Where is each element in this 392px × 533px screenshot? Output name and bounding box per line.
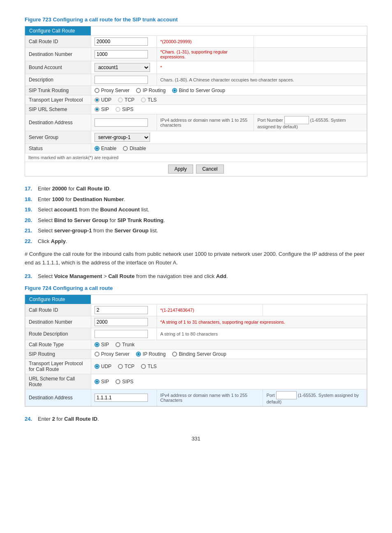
- radio-indicator-selected: [95, 342, 99, 347]
- bind-server-group-radio[interactable]: Bind to Server Group: [172, 88, 225, 93]
- field-hint: IPv4 address or domain name with 1 to 25…: [157, 389, 263, 406]
- udp-radio-2[interactable]: UDP: [95, 364, 111, 369]
- step-number: 19.: [25, 206, 38, 214]
- call-route-id-input-2[interactable]: [95, 306, 148, 314]
- field-input[interactable]: [91, 114, 157, 131]
- trunk-type-radio[interactable]: Trunk: [115, 342, 134, 348]
- table-row: Destination Number *A string of 1 to 31 …: [25, 316, 367, 328]
- field-extra: [254, 48, 367, 61]
- radio-indicator-selected: [95, 146, 99, 151]
- table-row: Status Enable Disable: [25, 144, 367, 153]
- destination-number-input[interactable]: [95, 50, 148, 58]
- field-input[interactable]: [91, 328, 157, 340]
- tls-radio-2[interactable]: TLS: [141, 364, 157, 369]
- step-23: 23. Select Voice Management > Call Route…: [25, 272, 367, 280]
- button-row: Apply Cancel: [25, 162, 367, 176]
- ip-routing-radio-2[interactable]: IP Routing: [136, 351, 166, 357]
- description-input[interactable]: [95, 76, 148, 84]
- footer-note: Items marked with an asterisk(*) are req…: [25, 153, 367, 162]
- radio-indicator: [141, 364, 146, 369]
- binding-server-group-radio[interactable]: Binding Server Group: [172, 351, 226, 357]
- field-label: Transport Layer Protocol for Call Route: [25, 359, 91, 374]
- proxy-server-radio-2[interactable]: Proxy Server: [95, 351, 129, 357]
- server-group-select[interactable]: server-group-1: [95, 133, 150, 142]
- field-label: Bound Account: [25, 61, 91, 74]
- step-number: 22.: [25, 237, 38, 246]
- radio-indicator-selected: [95, 379, 99, 384]
- field-input[interactable]: server-group-1: [91, 131, 367, 144]
- field-input: UDP TCP TLS: [91, 359, 367, 374]
- radio-indicator-selected: [95, 364, 99, 369]
- field-input: Enable Disable: [91, 144, 367, 153]
- figure-723-box: Configure Call Route Call Route ID *(200…: [25, 26, 367, 176]
- table-row: Transport Layer Protocol for Call Route …: [25, 359, 367, 374]
- field-input[interactable]: [91, 389, 157, 406]
- destination-address-input[interactable]: [95, 118, 148, 127]
- radio-indicator: [118, 364, 123, 369]
- field-input[interactable]: account1: [91, 61, 157, 74]
- sips-url-radio[interactable]: SIPS: [115, 379, 133, 385]
- table-row: SIP URL Scheme SIP SIPS: [25, 105, 367, 114]
- call-route-id-input[interactable]: [95, 37, 148, 46]
- step-text: Select server-group-1 from the Server Gr…: [38, 227, 367, 235]
- field-label: Call Route ID: [25, 36, 91, 48]
- step-number: 21.: [25, 227, 38, 235]
- table-row: Destination Number *Chars. (1-31), suppo…: [25, 48, 367, 61]
- field-input[interactable]: [91, 304, 157, 316]
- destination-number-input-2[interactable]: [95, 318, 148, 326]
- step-text: Select Voice Management > Call Route fro…: [38, 272, 367, 280]
- field-input[interactable]: [91, 316, 157, 328]
- sips-scheme-radio[interactable]: SIPS: [115, 107, 133, 112]
- field-input: UDP TCP TLS: [91, 95, 367, 105]
- route-description-input[interactable]: [95, 330, 148, 338]
- field-input[interactable]: [91, 74, 157, 86]
- radio-indicator-selected: [136, 352, 141, 357]
- sip-url-radio[interactable]: SIP: [95, 379, 109, 385]
- field-hint: IPv4 address or domain name with 1 to 25…: [157, 114, 254, 131]
- ip-routing-radio[interactable]: IP Routing: [136, 88, 166, 93]
- field-label: Destination Number: [25, 316, 91, 328]
- field-input[interactable]: [91, 36, 157, 48]
- radio-indicator: [118, 97, 123, 102]
- field-input[interactable]: [91, 48, 157, 61]
- disable-radio[interactable]: Disable: [123, 146, 146, 151]
- table-row: SIP Trunk Routing Proxy Server IP Routin…: [25, 86, 367, 95]
- fig723-table: Call Route ID *(20000-29999) Destination…: [25, 35, 367, 153]
- bound-account-select[interactable]: account1: [95, 63, 150, 72]
- apply-button[interactable]: Apply: [168, 165, 193, 174]
- tcp-radio[interactable]: TCP: [118, 97, 134, 103]
- step-number: 20.: [25, 216, 38, 225]
- proxy-server-radio[interactable]: Proxy Server: [95, 88, 129, 93]
- radio-indicator: [115, 107, 120, 112]
- field-input: SIP SIPS: [91, 374, 367, 389]
- field-extra: [263, 304, 367, 316]
- field-label: Description: [25, 74, 91, 86]
- radio-indicator: [172, 352, 177, 357]
- cancel-button[interactable]: Cancel: [196, 165, 224, 174]
- udp-radio[interactable]: UDP: [95, 97, 111, 103]
- enable-radio[interactable]: Enable: [95, 146, 116, 151]
- radio-indicator: [95, 107, 99, 112]
- table-row: Server Group server-group-1: [25, 131, 367, 144]
- radio-indicator: [123, 146, 128, 151]
- fig724-header: Configure Route: [25, 295, 91, 304]
- radio-indicator: [136, 88, 141, 93]
- sip-scheme-radio[interactable]: SIP: [95, 107, 109, 112]
- port-number-input[interactable]: [284, 116, 309, 124]
- field-input: Proxy Server IP Routing Bind to Server G…: [91, 86, 367, 95]
- field-hint: *(20000-29999): [157, 36, 254, 48]
- table-row: Call Route ID *(1-2147483647): [25, 304, 367, 316]
- field-hint: *: [157, 61, 254, 74]
- port-number-input-2[interactable]: [276, 391, 297, 399]
- field-label: Call Route Type: [25, 340, 91, 350]
- step-text: Enter 2 for Call Route ID.: [38, 415, 367, 423]
- destination-address-input-2[interactable]: [95, 394, 148, 402]
- field-label: SIP Routing: [25, 350, 91, 359]
- sip-type-radio[interactable]: SIP: [95, 342, 109, 348]
- step-text: Select account1 from the Bound Account l…: [38, 206, 367, 214]
- tls-radio[interactable]: TLS: [141, 97, 157, 103]
- radio-indicator: [95, 88, 99, 93]
- step-text: Select Bind to Server Group for SIP Trun…: [38, 216, 367, 225]
- tcp-radio-2[interactable]: TCP: [118, 364, 134, 369]
- table-row: Call Route ID *(20000-29999): [25, 36, 367, 48]
